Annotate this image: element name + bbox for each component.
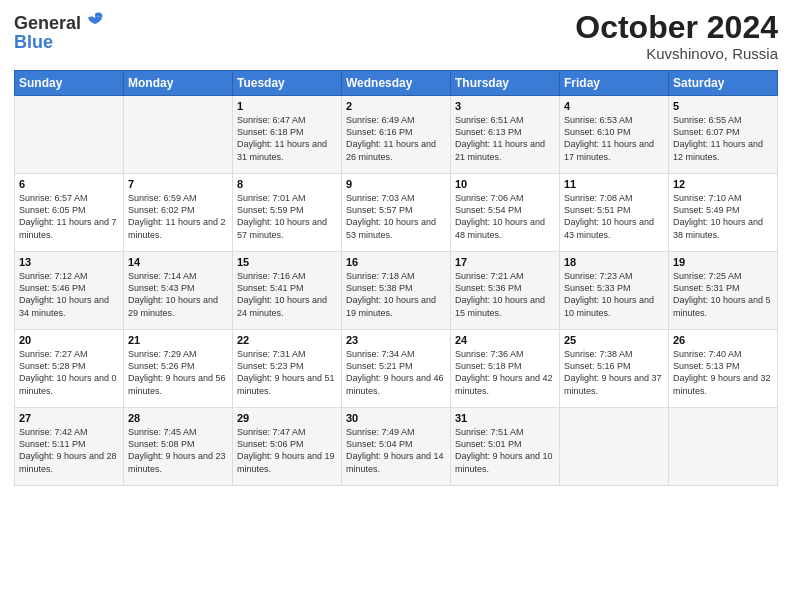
logo-bird-icon <box>84 10 106 32</box>
day-content: Sunrise: 7:06 AM Sunset: 5:54 PM Dayligh… <box>455 192 555 241</box>
table-row: 27Sunrise: 7:42 AM Sunset: 5:11 PM Dayli… <box>15 408 124 486</box>
day-content: Sunrise: 7:16 AM Sunset: 5:41 PM Dayligh… <box>237 270 337 319</box>
day-content: Sunrise: 6:55 AM Sunset: 6:07 PM Dayligh… <box>673 114 773 163</box>
day-content: Sunrise: 7:10 AM Sunset: 5:49 PM Dayligh… <box>673 192 773 241</box>
header-wednesday: Wednesday <box>342 71 451 96</box>
table-row: 30Sunrise: 7:49 AM Sunset: 5:04 PM Dayli… <box>342 408 451 486</box>
table-row: 14Sunrise: 7:14 AM Sunset: 5:43 PM Dayli… <box>124 252 233 330</box>
table-row: 24Sunrise: 7:36 AM Sunset: 5:18 PM Dayli… <box>451 330 560 408</box>
day-number: 2 <box>346 100 446 112</box>
day-number: 21 <box>128 334 228 346</box>
day-content: Sunrise: 7:01 AM Sunset: 5:59 PM Dayligh… <box>237 192 337 241</box>
table-row: 9Sunrise: 7:03 AM Sunset: 5:57 PM Daylig… <box>342 174 451 252</box>
table-row: 11Sunrise: 7:08 AM Sunset: 5:51 PM Dayli… <box>560 174 669 252</box>
day-content: Sunrise: 7:31 AM Sunset: 5:23 PM Dayligh… <box>237 348 337 397</box>
day-number: 31 <box>455 412 555 424</box>
day-number: 20 <box>19 334 119 346</box>
table-row: 17Sunrise: 7:21 AM Sunset: 5:36 PM Dayli… <box>451 252 560 330</box>
table-row: 3Sunrise: 6:51 AM Sunset: 6:13 PM Daylig… <box>451 96 560 174</box>
day-number: 5 <box>673 100 773 112</box>
table-row <box>669 408 778 486</box>
table-row: 28Sunrise: 7:45 AM Sunset: 5:08 PM Dayli… <box>124 408 233 486</box>
day-number: 24 <box>455 334 555 346</box>
day-content: Sunrise: 6:49 AM Sunset: 6:16 PM Dayligh… <box>346 114 446 163</box>
day-number: 6 <box>19 178 119 190</box>
header-sunday: Sunday <box>15 71 124 96</box>
day-number: 15 <box>237 256 337 268</box>
table-row <box>560 408 669 486</box>
day-content: Sunrise: 6:57 AM Sunset: 6:05 PM Dayligh… <box>19 192 119 241</box>
header: General Blue October 2024 Kuvshinovo, Ru… <box>14 10 778 62</box>
day-content: Sunrise: 7:25 AM Sunset: 5:31 PM Dayligh… <box>673 270 773 319</box>
table-row: 5Sunrise: 6:55 AM Sunset: 6:07 PM Daylig… <box>669 96 778 174</box>
calendar-week-row: 20Sunrise: 7:27 AM Sunset: 5:28 PM Dayli… <box>15 330 778 408</box>
table-row: 31Sunrise: 7:51 AM Sunset: 5:01 PM Dayli… <box>451 408 560 486</box>
day-number: 16 <box>346 256 446 268</box>
day-number: 9 <box>346 178 446 190</box>
header-saturday: Saturday <box>669 71 778 96</box>
day-content: Sunrise: 7:03 AM Sunset: 5:57 PM Dayligh… <box>346 192 446 241</box>
weekday-header-row: Sunday Monday Tuesday Wednesday Thursday… <box>15 71 778 96</box>
day-content: Sunrise: 6:51 AM Sunset: 6:13 PM Dayligh… <box>455 114 555 163</box>
day-number: 29 <box>237 412 337 424</box>
day-content: Sunrise: 7:49 AM Sunset: 5:04 PM Dayligh… <box>346 426 446 475</box>
day-content: Sunrise: 7:36 AM Sunset: 5:18 PM Dayligh… <box>455 348 555 397</box>
calendar-title: October 2024 <box>575 10 778 45</box>
day-content: Sunrise: 6:53 AM Sunset: 6:10 PM Dayligh… <box>564 114 664 163</box>
day-content: Sunrise: 6:59 AM Sunset: 6:02 PM Dayligh… <box>128 192 228 241</box>
day-content: Sunrise: 7:29 AM Sunset: 5:26 PM Dayligh… <box>128 348 228 397</box>
table-row: 19Sunrise: 7:25 AM Sunset: 5:31 PM Dayli… <box>669 252 778 330</box>
day-content: Sunrise: 7:45 AM Sunset: 5:08 PM Dayligh… <box>128 426 228 475</box>
day-content: Sunrise: 6:47 AM Sunset: 6:18 PM Dayligh… <box>237 114 337 163</box>
table-row: 6Sunrise: 6:57 AM Sunset: 6:05 PM Daylig… <box>15 174 124 252</box>
table-row <box>15 96 124 174</box>
logo-general-text: General <box>14 13 81 34</box>
day-number: 11 <box>564 178 664 190</box>
table-row: 7Sunrise: 6:59 AM Sunset: 6:02 PM Daylig… <box>124 174 233 252</box>
table-row: 15Sunrise: 7:16 AM Sunset: 5:41 PM Dayli… <box>233 252 342 330</box>
day-content: Sunrise: 7:18 AM Sunset: 5:38 PM Dayligh… <box>346 270 446 319</box>
table-row: 1Sunrise: 6:47 AM Sunset: 6:18 PM Daylig… <box>233 96 342 174</box>
header-tuesday: Tuesday <box>233 71 342 96</box>
day-content: Sunrise: 7:23 AM Sunset: 5:33 PM Dayligh… <box>564 270 664 319</box>
logo: General Blue <box>14 10 106 53</box>
day-content: Sunrise: 7:12 AM Sunset: 5:46 PM Dayligh… <box>19 270 119 319</box>
day-number: 27 <box>19 412 119 424</box>
day-number: 4 <box>564 100 664 112</box>
table-row: 29Sunrise: 7:47 AM Sunset: 5:06 PM Dayli… <box>233 408 342 486</box>
day-number: 12 <box>673 178 773 190</box>
day-content: Sunrise: 7:47 AM Sunset: 5:06 PM Dayligh… <box>237 426 337 475</box>
table-row: 16Sunrise: 7:18 AM Sunset: 5:38 PM Dayli… <box>342 252 451 330</box>
day-content: Sunrise: 7:40 AM Sunset: 5:13 PM Dayligh… <box>673 348 773 397</box>
day-number: 30 <box>346 412 446 424</box>
calendar-week-row: 6Sunrise: 6:57 AM Sunset: 6:05 PM Daylig… <box>15 174 778 252</box>
table-row: 21Sunrise: 7:29 AM Sunset: 5:26 PM Dayli… <box>124 330 233 408</box>
table-row: 25Sunrise: 7:38 AM Sunset: 5:16 PM Dayli… <box>560 330 669 408</box>
header-friday: Friday <box>560 71 669 96</box>
table-row: 4Sunrise: 6:53 AM Sunset: 6:10 PM Daylig… <box>560 96 669 174</box>
day-content: Sunrise: 7:38 AM Sunset: 5:16 PM Dayligh… <box>564 348 664 397</box>
table-row: 8Sunrise: 7:01 AM Sunset: 5:59 PM Daylig… <box>233 174 342 252</box>
day-number: 13 <box>19 256 119 268</box>
day-number: 1 <box>237 100 337 112</box>
table-row: 23Sunrise: 7:34 AM Sunset: 5:21 PM Dayli… <box>342 330 451 408</box>
table-row: 26Sunrise: 7:40 AM Sunset: 5:13 PM Dayli… <box>669 330 778 408</box>
table-row: 22Sunrise: 7:31 AM Sunset: 5:23 PM Dayli… <box>233 330 342 408</box>
logo-blue-text: Blue <box>14 32 53 53</box>
day-number: 22 <box>237 334 337 346</box>
calendar-week-row: 13Sunrise: 7:12 AM Sunset: 5:46 PM Dayli… <box>15 252 778 330</box>
calendar-week-row: 27Sunrise: 7:42 AM Sunset: 5:11 PM Dayli… <box>15 408 778 486</box>
day-content: Sunrise: 7:27 AM Sunset: 5:28 PM Dayligh… <box>19 348 119 397</box>
day-number: 18 <box>564 256 664 268</box>
table-row: 13Sunrise: 7:12 AM Sunset: 5:46 PM Dayli… <box>15 252 124 330</box>
day-number: 23 <box>346 334 446 346</box>
day-content: Sunrise: 7:51 AM Sunset: 5:01 PM Dayligh… <box>455 426 555 475</box>
day-content: Sunrise: 7:21 AM Sunset: 5:36 PM Dayligh… <box>455 270 555 319</box>
day-number: 19 <box>673 256 773 268</box>
day-number: 14 <box>128 256 228 268</box>
calendar-location: Kuvshinovo, Russia <box>575 45 778 62</box>
table-row: 10Sunrise: 7:06 AM Sunset: 5:54 PM Dayli… <box>451 174 560 252</box>
day-number: 8 <box>237 178 337 190</box>
table-row: 18Sunrise: 7:23 AM Sunset: 5:33 PM Dayli… <box>560 252 669 330</box>
day-content: Sunrise: 7:42 AM Sunset: 5:11 PM Dayligh… <box>19 426 119 475</box>
